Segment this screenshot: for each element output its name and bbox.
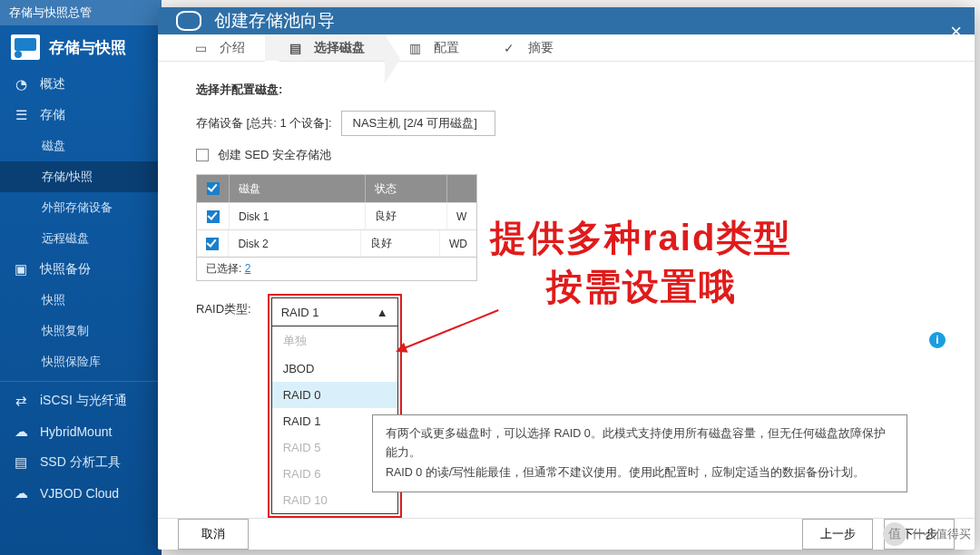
cloud-icon: ☁ xyxy=(13,424,29,440)
sidebar-label: 存储 xyxy=(40,107,65,123)
sidebar-item-hybridmount[interactable]: ☁ HybridMount xyxy=(0,416,162,447)
device-label: 存储设备 [总共: 1 个设备]: xyxy=(196,115,332,131)
gauge-icon: ◔ xyxy=(13,76,29,92)
raid-opt-single: 单独 xyxy=(272,326,397,355)
sidebar-label: 概述 xyxy=(40,76,65,92)
raid-type-label: RAID类型: xyxy=(196,294,251,317)
sidebar-item-vjbod[interactable]: ☁ VJBOD Cloud xyxy=(0,478,162,509)
table-row[interactable]: Disk 1 良好 W xyxy=(197,202,476,229)
camera-icon: ▣ xyxy=(13,261,29,278)
modal-footer: 取消 上一步 下一步 xyxy=(158,518,975,550)
watermark: 值 什么值得买 xyxy=(883,522,971,546)
config-icon: ▥ xyxy=(405,38,425,58)
info-icon[interactable]: i xyxy=(929,332,946,348)
pool-icon xyxy=(176,11,201,31)
selected-bar: 已选择: 2 xyxy=(196,258,477,281)
ssd-icon: ▤ xyxy=(13,454,29,471)
sidebar-item-disks[interactable]: 磁盘 xyxy=(0,131,162,161)
sidebar: 存储与快照总管 存储与快照 ◔ 概述 ☰ 存储 磁盘 存储/快照 外部存储设备 … xyxy=(0,0,162,555)
step-summary[interactable]: ✓ 摘要 xyxy=(479,34,573,61)
cloud-disk-icon: ☁ xyxy=(13,485,29,501)
col-disk: 磁盘 xyxy=(230,175,366,202)
storage-app-icon xyxy=(11,34,40,60)
raid-opt-jbod[interactable]: JBOD xyxy=(272,355,397,382)
sidebar-item-snapshot-backup[interactable]: ▣ 快照备份 xyxy=(0,254,162,285)
intro-icon: ▭ xyxy=(191,38,211,58)
close-icon[interactable]: × xyxy=(950,20,962,44)
sidebar-item-snap[interactable]: 快照 xyxy=(0,285,162,316)
selected-count-link[interactable]: 2 xyxy=(245,262,251,275)
sed-checkbox[interactable] xyxy=(196,149,209,161)
sidebar-item-external[interactable]: 外部存储设备 xyxy=(0,192,162,223)
col-extra xyxy=(447,175,476,202)
cancel-button[interactable]: 取消 xyxy=(178,519,249,550)
sidebar-label: 快照备份 xyxy=(40,261,91,278)
modal-title: 创建存储池向导 xyxy=(214,9,335,33)
row-checkbox[interactable] xyxy=(206,238,219,250)
sidebar-item-ssd[interactable]: ▤ SSD 分析工具 xyxy=(0,447,162,478)
step-select-disk[interactable]: ▤ 选择磁盘 xyxy=(265,34,385,61)
raid-type-select[interactable]: RAID 1 ▲ xyxy=(271,297,398,326)
modal-title-bar: 创建存储池向导 × xyxy=(158,7,975,34)
sed-label: 创建 SED 安全存储池 xyxy=(218,147,331,163)
col-status: 状态 xyxy=(366,175,447,202)
wizard-steps: ▭ 介绍 ▤ 选择磁盘 ▥ 配置 ✓ 摘要 xyxy=(158,34,975,62)
watermark-icon: 值 xyxy=(883,522,906,546)
chevron-up-icon: ▲ xyxy=(377,306,388,319)
disk-table: 磁盘 状态 Disk 1 良好 W Disk 2 良好 WD xyxy=(196,174,477,258)
prev-button[interactable]: 上一步 xyxy=(802,519,873,550)
row-checkbox[interactable] xyxy=(207,210,220,223)
select-all-checkbox[interactable] xyxy=(207,182,220,195)
disk-icon: ▤ xyxy=(285,38,305,58)
sidebar-item-replica[interactable]: 快照复制 xyxy=(0,316,162,346)
app-title: 存储与快照 xyxy=(49,37,126,58)
device-select[interactable]: NAS主机 [2/4 可用磁盘] xyxy=(341,111,495,136)
app-title-row: 存储与快照 xyxy=(0,25,162,69)
link-icon: ⇄ xyxy=(13,393,29,409)
sidebar-item-overview[interactable]: ◔ 概述 xyxy=(0,69,162,100)
sidebar-item-storage[interactable]: ☰ 存储 xyxy=(0,100,162,131)
raid0-tooltip: 有两个或更多磁盘时，可以选择 RAID 0。此模式支持使用所有磁盘容量，但无任何… xyxy=(372,414,907,492)
sidebar-item-vault[interactable]: 快照保险库 xyxy=(0,346,162,377)
annotation-text: 提供多种raid类型 按需设置哦 xyxy=(490,213,792,311)
section-title: 选择并配置磁盘: xyxy=(196,82,947,98)
sidebar-item-remote[interactable]: 远程磁盘 xyxy=(0,223,162,254)
table-row[interactable]: Disk 2 良好 WD xyxy=(197,229,476,257)
step-intro[interactable]: ▭ 介绍 xyxy=(171,34,265,61)
check-circle-icon: ✓ xyxy=(499,38,519,58)
step-config[interactable]: ▥ 配置 xyxy=(385,34,479,61)
sidebar-item-iscsi[interactable]: ⇄ iSCSI 与光纤通 xyxy=(0,385,162,416)
table-header: 磁盘 状态 xyxy=(197,175,476,202)
window-title-bar: 存储与快照总管 xyxy=(0,0,162,25)
disk-stack-icon: ☰ xyxy=(13,107,29,123)
sidebar-item-storage-snapshot[interactable]: 存储/快照 xyxy=(0,161,162,192)
raid-opt-raid0[interactable]: RAID 0 ☟ xyxy=(272,382,397,408)
